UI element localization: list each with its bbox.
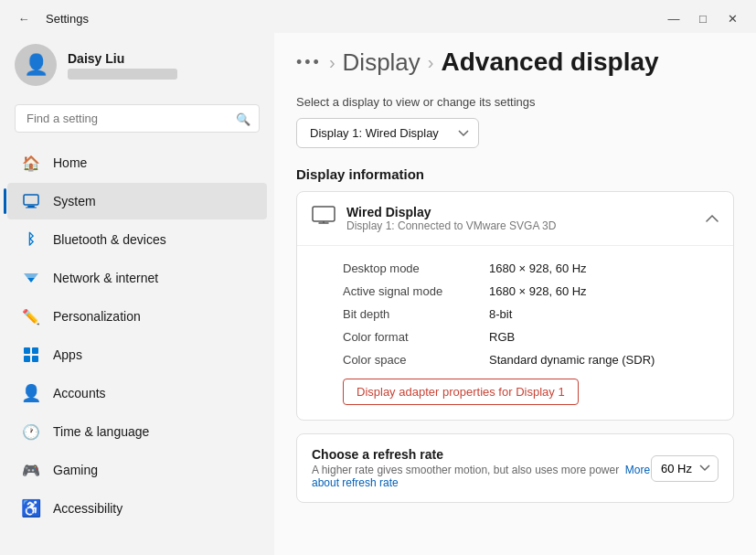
chevron-up-icon[interactable]	[706, 211, 719, 226]
system-icon	[22, 192, 40, 210]
breadcrumb-sep1: ›	[329, 52, 335, 73]
sidebar-item-personalization[interactable]: ✏️ Personalization	[7, 298, 267, 335]
svg-rect-4	[32, 347, 38, 354]
sidebar-item-home[interactable]: 🏠 Home	[7, 144, 267, 181]
info-label: Bit depth	[343, 307, 489, 321]
close-button[interactable]: ✕	[719, 9, 745, 27]
display-card-sub: Display 1: Connected to VMware SVGA 3D	[346, 219, 556, 232]
adapter-properties-link[interactable]: Display adapter properties for Display 1	[343, 379, 579, 405]
gaming-icon: 🎮	[22, 461, 40, 479]
svg-rect-6	[32, 356, 38, 362]
display-card-title: Wired Display	[346, 205, 556, 219]
accessibility-icon: ♿	[22, 499, 40, 518]
sidebar-item-label: Apps	[53, 347, 82, 362]
info-row: Bit depth 8-bit	[343, 303, 719, 326]
sidebar-item-time[interactable]: 🕐 Time & language	[7, 413, 267, 450]
user-section: 👤 Daisy Liu	[0, 33, 274, 101]
info-value: RGB	[489, 330, 515, 344]
title-bar: ← Settings — □ ✕	[0, 0, 756, 33]
svg-rect-2	[26, 208, 37, 208]
display-info-section: Display information Wired Display	[296, 166, 734, 503]
refresh-rate-section: Choose a refresh rate A higher rate give…	[296, 433, 734, 503]
info-label: Active signal mode	[343, 284, 489, 298]
sidebar-item-apps[interactable]: Apps	[7, 336, 267, 373]
sidebar-item-gaming[interactable]: 🎮 Gaming	[7, 452, 267, 488]
svg-rect-5	[24, 356, 30, 362]
display-card-header-left: Wired Display Display 1: Connected to VM…	[312, 205, 556, 232]
user-name: Daisy Liu	[68, 51, 177, 66]
time-icon: 🕐	[22, 422, 40, 441]
svg-rect-7	[313, 207, 335, 221]
search-box: 🔍	[15, 104, 260, 133]
display-select-wrap: Select a display to view or change its s…	[296, 95, 734, 148]
user-info: Daisy Liu	[68, 51, 177, 80]
window-controls: — □ ✕	[661, 9, 745, 27]
info-label: Color space	[343, 353, 489, 367]
sidebar-item-label: Time & language	[53, 424, 149, 439]
display-card-header: Wired Display Display 1: Connected to VM…	[297, 192, 733, 246]
info-label: Desktop mode	[343, 261, 489, 275]
refresh-select-wrap: 60 Hz	[651, 455, 719, 482]
display-card-body: Desktop mode 1680 × 928, 60 Hz Active si…	[297, 246, 733, 420]
sidebar-item-label: Bluetooth & devices	[53, 232, 166, 247]
app-title: Settings	[46, 12, 89, 26]
sidebar-item-bluetooth[interactable]: ᛒ Bluetooth & devices	[7, 221, 267, 258]
apps-icon	[22, 346, 40, 364]
info-row: Color space Standard dynamic range (SDR)	[343, 348, 719, 371]
refresh-rate-select[interactable]: 60 Hz	[651, 455, 719, 482]
display-select-desc: Select a display to view or change its s…	[296, 95, 734, 109]
main-content: ••• › Display › Advanced display Select …	[274, 33, 756, 555]
breadcrumb-current: Advanced display	[442, 48, 659, 77]
info-value: 1680 × 928, 60 Hz	[489, 284, 587, 298]
maximize-button[interactable]: □	[690, 9, 716, 27]
info-value: Standard dynamic range (SDR)	[489, 353, 655, 367]
breadcrumb-dots: •••	[296, 53, 322, 72]
home-icon: 🏠	[22, 154, 40, 172]
sidebar-item-accessibility[interactable]: ♿ Accessibility	[7, 490, 267, 527]
search-icon: 🔍	[236, 112, 250, 125]
sidebar-item-network[interactable]: Network & internet	[7, 260, 267, 296]
sidebar-item-label: Personalization	[53, 309, 141, 324]
display-select[interactable]: Display 1: Wired Display	[296, 118, 479, 148]
sidebar-item-label: Network & internet	[53, 271, 158, 285]
svg-rect-3	[24, 347, 30, 354]
search-input[interactable]	[15, 104, 260, 133]
info-row: Active signal mode 1680 × 928, 60 Hz	[343, 280, 719, 303]
display-info-title: Display information	[296, 166, 734, 182]
minimize-button[interactable]: —	[661, 9, 687, 27]
info-label: Color format	[343, 330, 489, 344]
user-email	[68, 69, 177, 80]
refresh-rate-title: Choose a refresh rate	[312, 447, 651, 462]
breadcrumb-display: Display	[343, 48, 421, 77]
sidebar-item-label: Home	[53, 155, 87, 170]
breadcrumb: ••• › Display › Advanced display	[296, 48, 734, 77]
sidebar-item-system[interactable]: System	[7, 183, 267, 219]
sidebar-item-label: Gaming	[53, 463, 98, 477]
bluetooth-icon: ᛒ	[22, 230, 40, 249]
avatar: 👤	[15, 44, 57, 86]
sidebar-item-accounts[interactable]: 👤 Accounts	[7, 375, 267, 411]
info-row: Desktop mode 1680 × 928, 60 Hz	[343, 257, 719, 280]
network-icon	[22, 269, 40, 287]
back-button[interactable]: ←	[11, 9, 37, 27]
avatar-icon: 👤	[24, 53, 48, 77]
personalization-icon: ✏️	[22, 307, 40, 326]
info-row: Color format RGB	[343, 326, 719, 348]
display-card: Wired Display Display 1: Connected to VM…	[296, 191, 734, 421]
svg-rect-0	[24, 195, 38, 205]
monitor-icon	[312, 206, 335, 231]
sidebar-item-label: Accessibility	[53, 501, 122, 516]
accounts-icon: 👤	[22, 384, 40, 402]
sidebar: 👤 Daisy Liu 🔍 🏠 Home Syste	[0, 33, 274, 555]
breadcrumb-sep2: ›	[428, 52, 434, 73]
info-value: 8-bit	[489, 307, 512, 321]
sidebar-item-label: Accounts	[53, 386, 106, 400]
info-value: 1680 × 928, 60 Hz	[489, 261, 587, 275]
sidebar-item-label: System	[53, 194, 96, 208]
refresh-rate-desc: A higher rate gives smoother motion, but…	[312, 464, 651, 489]
